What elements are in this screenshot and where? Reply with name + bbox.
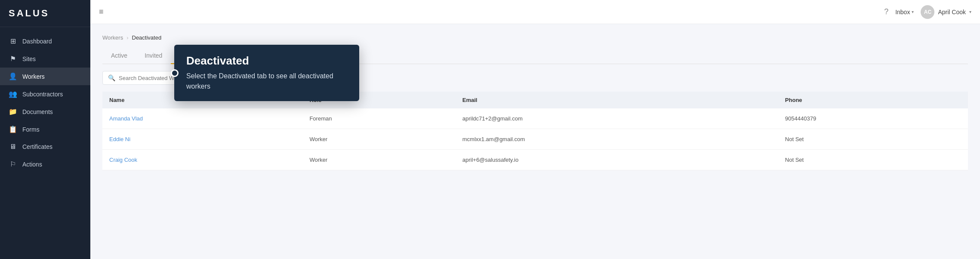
sidebar: SALUS ⊞ Dashboard ⚑ Sites 👤 Workers 👥 Su… [0,0,90,259]
table-row: Eddie Ni Worker mcmlxx1.am@gmail.com Not… [102,129,968,150]
subcontractors-icon: 👥 [9,90,17,98]
worker-name[interactable]: Craig Cook [102,150,302,170]
help-button[interactable]: ? [884,7,888,16]
breadcrumb-parent[interactable]: Workers [102,34,123,41]
sidebar-item-documents[interactable]: 📁 Documents [0,103,90,120]
sidebar-item-sites[interactable]: ⚑ Sites [0,50,90,68]
worker-name[interactable]: Amanda Vlad [102,108,302,129]
table-row: Amanda Vlad Foreman aprildc71+2@gmail.co… [102,108,968,129]
table-row: Craig Cook Worker april+6@salussafety.io… [102,150,968,170]
documents-icon: 📁 [9,108,17,116]
sidebar-label-documents: Documents [22,108,53,115]
search-icon: 🔍 [108,74,115,81]
main-area: ≡ ? Inbox ▾ AC April Cook ▾ Workers › De… [90,0,980,259]
workers-table: Name Role Email Phone Amanda Vlad Forema… [102,92,968,170]
tab-invited[interactable]: Invited [136,48,171,64]
page-content: Workers › Deactivated Active Invited Dea… [90,24,980,259]
worker-phone: 9054440379 [778,108,968,129]
worker-phone: Not Set [778,150,968,170]
worker-name[interactable]: Eddie Ni [102,129,302,150]
sidebar-nav: ⊞ Dashboard ⚑ Sites 👤 Workers 👥 Subcontr… [0,27,90,259]
col-header-email: Email [456,92,778,108]
worker-role: Worker [302,129,455,150]
sidebar-label-forms: Forms [22,126,40,133]
tooltip-title: Deactivated [186,54,347,68]
dashboard-icon: ⊞ [9,37,17,45]
user-chevron-icon: ▾ [969,9,971,14]
sidebar-item-certificates[interactable]: 🖥 Certificates [0,138,90,155]
sidebar-label-sites: Sites [22,56,36,62]
col-header-phone: Phone [778,92,968,108]
worker-role: Worker [302,150,455,170]
sidebar-label-workers: Workers [22,73,45,80]
actions-icon: ⚐ [9,160,17,168]
sidebar-label-dashboard: Dashboard [22,38,52,45]
topbar-right: ? Inbox ▾ AC April Cook ▾ [884,5,971,19]
breadcrumb: Workers › Deactivated [102,34,968,41]
forms-icon: 📋 [9,125,17,133]
sidebar-item-dashboard[interactable]: ⊞ Dashboard [0,32,90,50]
user-name: April Cook [938,9,966,15]
inbox-chevron-icon: ▾ [912,9,914,14]
tooltip-text: Select the Deactivated tab to see all de… [186,71,347,92]
certificates-icon: 🖥 [9,143,17,151]
breadcrumb-separator: › [126,34,128,41]
sidebar-logo: SALUS [0,0,90,27]
tooltip-dot [171,69,179,77]
sidebar-label-certificates: Certificates [22,143,52,150]
sidebar-label-subcontractors: Subcontractors [22,91,63,98]
sidebar-label-actions: Actions [22,161,42,168]
worker-email: april+6@salussafety.io [456,150,778,170]
worker-email: aprildc71+2@gmail.com [456,108,778,129]
sidebar-item-subcontractors[interactable]: 👥 Subcontractors [0,85,90,103]
worker-role: Foreman [302,108,455,129]
worker-email: mcmlxx1.am@gmail.com [456,129,778,150]
sidebar-item-forms[interactable]: 📋 Forms [0,120,90,138]
workers-icon: 👤 [9,72,17,80]
user-menu[interactable]: AC April Cook ▾ [921,5,971,19]
tab-active[interactable]: Active [102,48,136,64]
topbar-left: ≡ [99,7,104,16]
inbox-label: Inbox [895,9,910,15]
worker-phone: Not Set [778,129,968,150]
sidebar-item-workers[interactable]: 👤 Workers [0,68,90,85]
breadcrumb-current: Deactivated [132,34,162,41]
topbar: ≡ ? Inbox ▾ AC April Cook ▾ [90,0,980,24]
hamburger-button[interactable]: ≡ [99,7,104,16]
tooltip-overlay: Deactivated Select the Deactivated tab t… [174,45,359,101]
avatar: AC [921,5,934,19]
inbox-button[interactable]: Inbox ▾ [895,9,914,15]
sites-icon: ⚑ [9,55,17,63]
sidebar-item-actions[interactable]: ⚐ Actions [0,155,90,173]
